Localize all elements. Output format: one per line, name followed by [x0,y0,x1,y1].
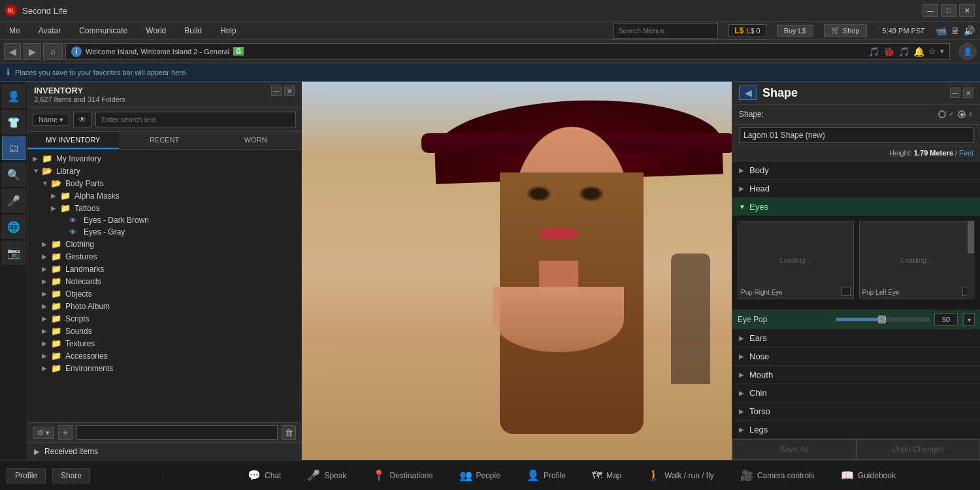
video-icon[interactable]: 📹 [936,25,947,36]
section-legs[interactable]: ▶ Legs [732,421,980,438]
gear-button[interactable]: ⚙ ▾ [33,427,54,439]
tree-item-photo-album[interactable]: ▶ 📁 Photo Album [27,300,301,312]
taskbar-share-btn[interactable]: Share [52,468,90,483]
section-ears[interactable]: ▶ Ears [732,329,980,348]
add-item-button[interactable]: + [58,425,73,440]
tree-item-body-parts[interactable]: ▼ 📂 Body Parts [27,177,301,189]
search-filter-button[interactable]: Name ▾ [33,114,69,126]
taskbar-walk[interactable]: 🚶 Walk / run / fly [641,466,721,484]
menu-build[interactable]: Build [180,25,206,37]
tree-item-accessories[interactable]: ▶ 📁 Accessories [27,350,301,362]
slider-thumb[interactable] [878,316,886,323]
taskbar-people[interactable]: 👥 People [453,466,507,484]
sidebar-world-icon[interactable]: 🌐 [2,215,25,238]
menu-avatar[interactable]: Avatar [35,25,65,37]
scrollbar-thumb[interactable] [968,221,974,253]
save-as-button[interactable]: Save As [732,439,857,460]
back-button[interactable]: ◀ [4,43,21,60]
tree-item-gestures[interactable]: ▶ 📁 Gestures [27,250,301,263]
tree-item-landmarks[interactable]: ▶ 📁 Landmarks [27,263,301,275]
maximize-button[interactable]: □ [941,4,956,17]
tree-item-eyes-gray[interactable]: 👁 Eyes - Gray [27,226,301,238]
inventory-eye-button[interactable]: 👁 [73,112,91,127]
taskbar-profile-tab[interactable]: 👤 Profile [520,466,572,484]
tree-item-notecards[interactable]: ▶ 📁 Notecards [27,275,301,287]
taskbar-map[interactable]: 🗺 Map [585,467,628,484]
sidebar-inventory-icon[interactable]: 🗂 [2,137,25,160]
feet-link[interactable]: Feet [959,149,973,157]
avatar-close-btn[interactable]: ✕ [963,88,973,98]
avatar-back-button[interactable]: ◀ [739,86,757,100]
destinations-label: Destinations [389,471,433,480]
tab-my-inventory[interactable]: MY INVENTORY [27,132,119,149]
delete-button[interactable]: 🗑 [282,425,296,440]
taskbar-speak[interactable]: 🎤 Speak [301,466,353,484]
section-head[interactable]: ▶ Head [732,180,980,198]
speaker-icon[interactable]: 🔊 [964,25,975,36]
filter-dropdown-icon: ▾ [59,116,63,124]
sidebar-search-icon[interactable]: 🔍 [2,163,25,186]
bookmark-icon[interactable]: ☆ [928,46,936,56]
slider-dropdown[interactable]: ▾ [963,313,975,326]
close-button[interactable]: ✕ [959,4,975,17]
eye-pop-slider[interactable] [836,318,930,321]
menu-me[interactable]: Me [5,25,24,37]
received-items-bar[interactable]: ▶ Received items [27,442,301,460]
avatar-button[interactable]: 👤 [959,43,976,60]
eye-pop-label: Eye Pop [738,315,830,324]
tree-item-objects[interactable]: ▶ 📁 Objects [27,287,301,300]
sidebar-appearance-icon[interactable]: 👕 [2,110,25,134]
monitor-icon[interactable]: 🖥 [951,25,960,36]
address-dropdown[interactable]: ▾ [940,47,944,56]
section-body[interactable]: ▶ Body [732,161,980,180]
section-torso[interactable]: ▶ Torso [732,402,980,421]
taskbar-profile-btn[interactable]: Profile [7,468,46,483]
inventory-search-input[interactable] [95,112,296,127]
section-mouth[interactable]: ▶ Mouth [732,366,980,384]
taskbar-destinations[interactable]: 📍 Destinations [366,466,439,484]
tree-item-tattoos[interactable]: ▶ 📁 Tattoos [27,202,301,214]
sidebar-camera-icon[interactable]: 📷 [2,241,25,265]
taskbar-camera[interactable]: 🎥 Camera controls [734,466,821,484]
sidebar-profile-icon[interactable]: 👤 [2,84,25,108]
forward-button[interactable]: ▶ [24,43,41,60]
male-radio[interactable]: ♂ [938,110,954,119]
avatar-minimize-btn[interactable]: — [950,88,960,98]
info-icon[interactable]: i [71,46,82,57]
preview-scrollbar[interactable] [967,221,975,299]
menu-world[interactable]: World [142,25,170,37]
tab-recent[interactable]: RECENT [119,132,210,149]
tree-item-sounds[interactable]: ▶ 📁 Sounds [27,325,301,337]
taskbar-chat[interactable]: 💬 Chat [241,466,287,484]
tree-item-my-inventory[interactable]: ▶ 📁 My Inventory [27,152,301,165]
home-button[interactable]: ⌂ [43,43,63,60]
menu-help[interactable]: Help [216,25,240,37]
tree-item-textures[interactable]: ▶ 📁 Textures [27,337,301,350]
menu-communicate[interactable]: Communicate [75,25,131,37]
section-chin[interactable]: ▶ Chin [732,384,980,402]
taskbar-guidebook[interactable]: 📖 Guidebook [834,466,902,484]
inventory-close-btn[interactable]: ✕ [284,86,295,96]
3d-viewport[interactable] [302,82,732,460]
inventory-minimize-btn[interactable]: — [271,86,282,96]
shape-name-input[interactable] [739,127,973,143]
buy-button[interactable]: Buy L$ [777,25,813,37]
footer-search-input[interactable] [76,425,278,440]
female-radio[interactable]: ♀ [958,110,973,119]
tab-worn[interactable]: WORN [210,132,301,149]
undo-changes-button[interactable]: Undo Changes [857,439,981,460]
search-menus-input[interactable] [613,23,718,39]
gender-selector: ♂ ♀ [938,110,973,119]
shop-button[interactable]: 🛒 Shop [824,24,867,37]
section-nose[interactable]: ▶ Nose [732,348,980,366]
tree-item-scripts[interactable]: ▶ 📁 Scripts [27,312,301,325]
tree-item-alpha-masks[interactable]: ▶ 📁 Alpha Masks [27,189,301,202]
right-eye-checkbox[interactable] [841,287,851,296]
tree-item-environments[interactable]: ▶ 📁 Environments [27,362,301,374]
tree-item-clothing[interactable]: ▶ 📁 Clothing [27,238,301,250]
minimize-button[interactable]: — [923,4,938,17]
tree-item-library[interactable]: ▼ 📂 Library [27,165,301,177]
tree-item-eyes-dark-brown[interactable]: 👁 Eyes - Dark Brown [27,214,301,226]
section-eyes[interactable]: ▼ Eyes [732,198,980,216]
sidebar-mic-icon[interactable]: 🎤 [2,189,25,212]
